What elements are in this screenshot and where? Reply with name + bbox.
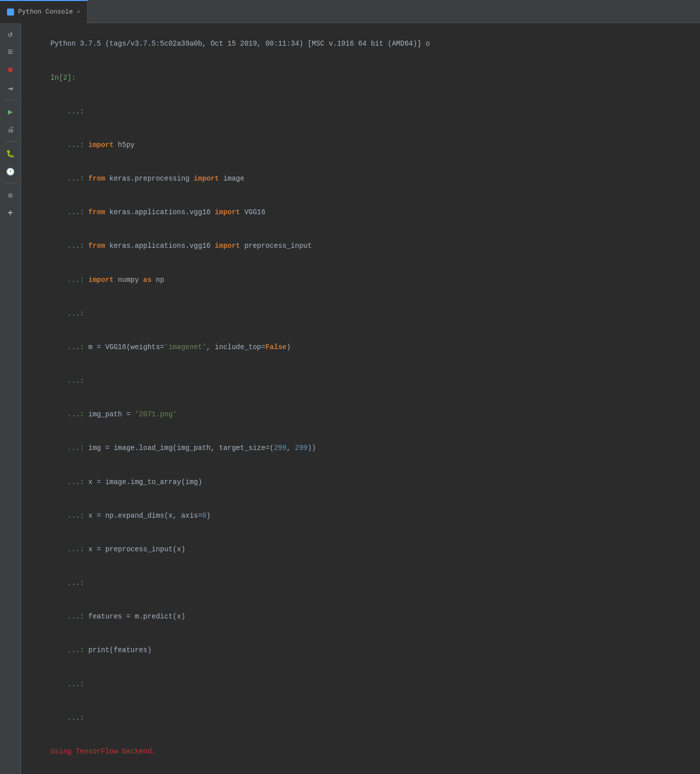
code-line-7: ...: — [21, 296, 700, 330]
code-line-5: ...: from keras.applications.vgg16 impor… — [21, 229, 700, 263]
tab-close-button[interactable]: × — [77, 9, 80, 15]
code-line-18: ...: — [21, 667, 700, 701]
code-line-14: ...: x = preprocess_input(x) — [21, 533, 700, 566]
code-line-13: ...: x = np.expand_dims(x, axis=0) — [21, 499, 700, 532]
run-button[interactable]: ▶ — [3, 104, 19, 120]
prompt-in2-line: In[2]: — [21, 61, 700, 94]
code-line-9: ...: — [21, 364, 700, 398]
console-area[interactable]: Python 3.7.5 (tags/v3.7.5:5c02a39a0b, Oc… — [21, 23, 700, 774]
main-area: ↺ ≡ ■ ⇥ ▶ 🖨 🐛 🕐 ⚙ + Python 3.7.5 (tags/v… — [0, 23, 700, 774]
settings-button[interactable]: ⚙ — [3, 187, 19, 203]
left-toolbar: ↺ ≡ ■ ⇥ ▶ 🖨 🐛 🕐 ⚙ + — [0, 23, 21, 774]
align-button[interactable]: ⇥ — [3, 80, 19, 96]
tab-icon — [7, 9, 14, 16]
history-button[interactable]: 🕐 — [3, 164, 19, 180]
reload-button[interactable]: ↺ — [3, 26, 19, 42]
output-cpu-warning: 2019-10-16 17:00:03.084003: I tensorflow… — [21, 768, 700, 774]
code-line-6: ...: import numpy as np — [21, 263, 700, 296]
code-line-17: ...: print(features) — [21, 634, 700, 667]
toolbar-divider-1 — [5, 100, 17, 100]
code-line-11: ...: img = image.load_img(img_path, targ… — [21, 431, 700, 465]
code-line-12: ...: x = image.img_to_array(img) — [21, 465, 700, 499]
code-line-15: ...: — [21, 566, 700, 600]
code-line-2: ...: import h5py — [21, 128, 700, 162]
code-line-4: ...: from keras.applications.vgg16 impor… — [21, 196, 700, 229]
print-button[interactable]: 🖨 — [3, 122, 19, 138]
add-button[interactable]: + — [3, 205, 19, 221]
toolbar-divider-2 — [5, 141, 17, 142]
reformat-button[interactable]: ≡ — [3, 44, 19, 60]
debug-button[interactable]: 🐛 — [3, 145, 19, 162]
code-line-19: ...: — [21, 701, 700, 734]
code-line-10: ...: img_path = '2071.png' — [21, 398, 700, 431]
prompt-in2: In[2]: — [50, 74, 75, 82]
version-line: Python 3.7.5 (tags/v3.7.5:5c02a39a0b, Oc… — [21, 27, 700, 61]
tab-bar: Python Console × — [0, 0, 700, 23]
code-line-16: ...: features = m.predict(x) — [21, 600, 700, 634]
tab-title: Python Console — [18, 8, 73, 16]
code-line-3: ...: from keras.preprocessing import ima… — [21, 162, 700, 196]
version-text: Python 3.7.5 (tags/v3.7.5:5c02a39a0b, Oc… — [50, 40, 430, 48]
code-line-8: ...: m = VGG16(weights='imagenet', inclu… — [21, 331, 700, 364]
code-line-1: ...: — [21, 94, 700, 128]
python-console-tab[interactable]: Python Console × — [0, 0, 88, 23]
stop-button[interactable]: ■ — [3, 62, 19, 78]
toolbar-divider-3 — [5, 183, 17, 184]
output-tensorflow-warning: Using TensorFlow backend. — [21, 735, 700, 768]
